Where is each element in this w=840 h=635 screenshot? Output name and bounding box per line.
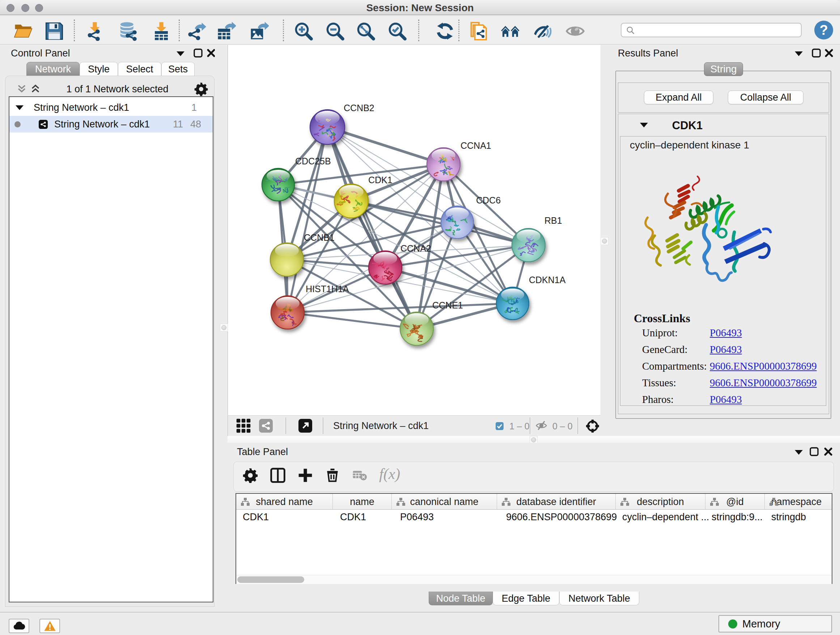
- svg-text:CCNE1: CCNE1: [432, 300, 463, 310]
- svg-text:CDKN1A: CDKN1A: [529, 275, 566, 285]
- svg-text:CDC6: CDC6: [476, 195, 501, 205]
- svg-text:HIST1H1A: HIST1H1A: [306, 284, 349, 294]
- svg-text:CCNA1: CCNA1: [461, 141, 491, 150]
- svg-text:CDC25B: CDC25B: [295, 156, 331, 166]
- svg-text:RB1: RB1: [545, 215, 562, 226]
- svg-text:CCNB2: CCNB2: [344, 103, 374, 113]
- svg-text:CCNB1: CCNB1: [304, 233, 335, 242]
- svg-text:CDK1: CDK1: [368, 175, 393, 185]
- svg-text:CCNA2: CCNA2: [401, 243, 431, 253]
